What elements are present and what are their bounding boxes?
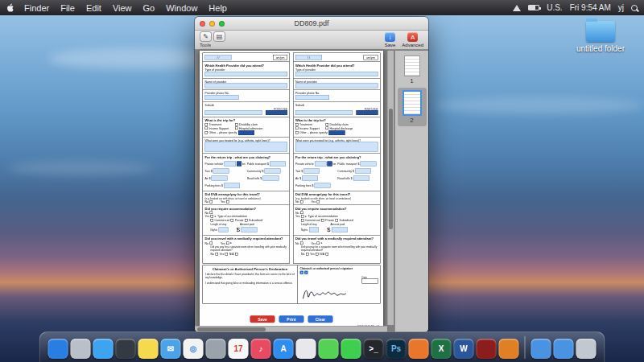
checkbox[interactable] [317,200,320,204]
checkbox[interactable] [226,200,229,204]
checkbox[interactable] [295,126,299,130]
checkbox[interactable] [336,219,339,222]
checkbox[interactable] [300,211,303,214]
name-of-provider-input[interactable] [205,83,288,88]
system-preferences[interactable] [206,339,226,359]
form-button[interactable]: Clear [308,315,333,323]
checkbox[interactable] [295,131,299,134]
checkbox[interactable] [300,241,303,245]
menu-item[interactable]: Help [208,3,227,13]
treated-for-input[interactable] [295,142,378,152]
public-transport-input[interactable] [270,161,286,166]
suburb-input[interactable] [295,110,353,115]
public-transport-input[interactable] [361,161,377,166]
date-field[interactable]: / / [205,55,232,60]
phone-input[interactable] [295,95,329,100]
terminal[interactable]: >_ [364,339,384,359]
trash[interactable] [576,339,597,359]
km-input[interactable] [237,161,242,166]
checkbox[interactable] [211,219,214,222]
air-input[interactable] [302,175,318,180]
finder[interactable] [48,339,68,359]
battery-icon[interactable] [528,5,539,10]
taxi-input[interactable] [303,168,320,173]
phone-input[interactable] [205,95,239,100]
postcode-input[interactable] [266,110,287,115]
checkbox[interactable] [226,241,229,245]
community-input[interactable] [264,168,280,173]
nights-input[interactable] [219,227,229,232]
calendar[interactable]: 17 [229,339,249,359]
road-tolls-input[interactable] [262,175,279,180]
apple-menu-icon[interactable] [6,3,14,13]
input-source-indicator[interactable]: U.S. [547,3,562,12]
menu-item[interactable]: File [60,3,75,13]
stamp-icon[interactable]: ▤ [213,31,225,42]
form-button[interactable]: Print [279,315,304,323]
page-thumbnail-1[interactable]: 1 [404,56,420,84]
date-field[interactable]: / / [295,55,322,60]
checkbox[interactable] [301,215,304,218]
itunes[interactable]: ♪ [251,339,271,359]
checkbox[interactable] [317,241,320,245]
checkbox[interactable] [301,219,304,222]
menu-item[interactable]: Edit [86,3,101,13]
other-input[interactable] [238,130,254,135]
checkbox[interactable] [321,219,324,222]
ampm-field[interactable]: am/pm [273,55,287,60]
safari[interactable] [93,339,114,359]
checkbox[interactable] [205,126,208,130]
community-input[interactable] [355,168,371,173]
checkbox[interactable] [326,126,329,130]
checkbox[interactable] [215,253,218,256]
other-input[interactable] [328,130,345,135]
annotation-check-icon[interactable] [304,270,308,274]
private-vehicle-input[interactable] [224,161,236,166]
parking-fees-input[interactable] [224,183,240,187]
annotate-icon[interactable]: ✎ [200,31,212,42]
facetime[interactable] [341,339,361,359]
postcode-input[interactable] [357,110,378,115]
messages[interactable] [319,339,339,359]
checkbox[interactable] [205,131,208,134]
amount-paid-input[interactable] [332,227,348,232]
vertical-scroll-thumb[interactable] [389,109,393,229]
air-input[interactable] [212,175,228,180]
checkbox[interactable] [326,123,329,126]
checkbox[interactable] [235,123,238,126]
type-of-provider-input[interactable] [295,72,378,76]
checkbox[interactable] [306,253,309,256]
photos[interactable] [296,339,316,359]
taxi-input[interactable] [213,168,229,173]
km-input[interactable] [327,161,332,166]
notes[interactable] [138,339,159,359]
nights-input[interactable] [309,227,319,232]
page-thumbnail-2[interactable]: 2 [398,88,427,126]
menu-item[interactable]: Window [166,3,197,13]
checkbox[interactable] [205,123,208,126]
wifi-icon[interactable] [513,5,521,11]
acrobat[interactable] [477,339,497,359]
tools-menu[interactable]: Tools [200,43,211,47]
menu-item[interactable]: View [113,3,132,13]
type-of-provider-input[interactable] [205,72,288,76]
word[interactable]: W [454,339,474,359]
downloads-folder[interactable] [531,339,551,359]
vertical-scrollbar[interactable] [387,51,394,325]
checkbox[interactable] [209,241,213,245]
title-bar[interactable]: DD809.pdf [195,17,428,31]
excel[interactable]: X [431,339,452,359]
private-vehicle-input[interactable] [315,161,327,166]
treated-for-input[interactable] [205,142,288,152]
checkbox[interactable] [295,123,299,126]
form-button[interactable]: Save [250,315,275,323]
mail[interactable]: ✉ [161,339,181,359]
name-of-provider-input[interactable] [295,83,378,88]
spotlight-icon[interactable] [631,5,638,11]
launchpad[interactable] [71,339,91,359]
checkbox[interactable] [235,126,238,130]
save-toolbar-button[interactable]: ↓ Save [385,31,396,48]
road-tolls-input[interactable] [353,175,369,180]
documents-folder[interactable] [554,339,574,359]
menu-clock[interactable]: Fri 9:54 AM [570,3,611,12]
